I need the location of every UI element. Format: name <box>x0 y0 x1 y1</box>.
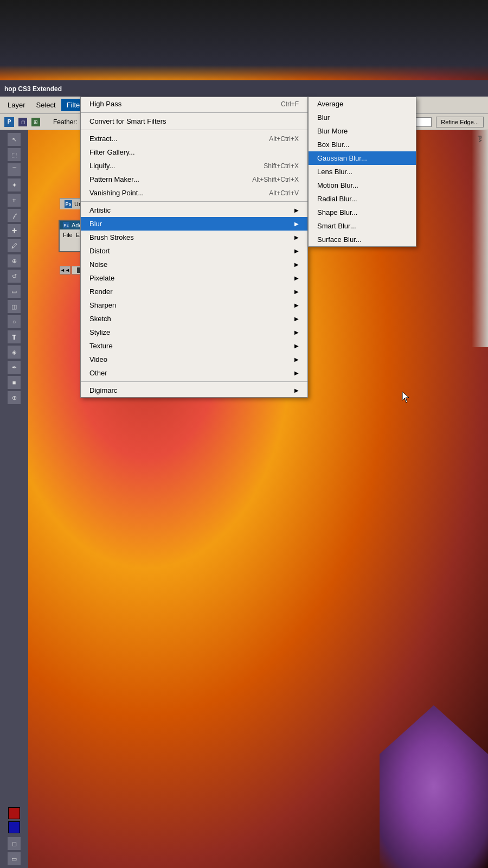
artistic-arrow: ▶ <box>294 207 299 213</box>
tool-shape[interactable]: ■ <box>8 376 21 389</box>
blur-gaussian[interactable]: Gaussian Blur... <box>309 151 416 165</box>
background-color[interactable] <box>8 821 20 833</box>
tool-mask[interactable]: ◻ <box>8 837 21 850</box>
sketch-arrow: ▶ <box>294 316 299 322</box>
pixelate-arrow: ▶ <box>294 275 299 281</box>
tool-magic-wand[interactable]: ✦ <box>8 178 21 192</box>
ps-title-text: hop CS3 Extended <box>4 85 62 93</box>
blur-radial[interactable]: Radial Blur... <box>309 192 416 206</box>
tool-eyedropper[interactable]: 𝒻 <box>8 209 21 222</box>
feather-label: Feather: <box>53 118 78 126</box>
tool-eraser[interactable]: ▭ <box>8 285 21 298</box>
filter-sep1 <box>81 112 307 113</box>
options-icon3: ⊞ <box>31 118 40 126</box>
tool-pen[interactable]: ✒ <box>8 361 21 374</box>
filter-stylize[interactable]: Stylize ▶ <box>81 326 307 339</box>
distort-arrow: ▶ <box>294 248 299 254</box>
foreground-color[interactable] <box>8 807 20 819</box>
options-icon2: ◻ <box>18 118 27 126</box>
adobe-file[interactable]: File <box>63 232 73 238</box>
filter-dropdown-menu: High Pass Ctrl+F Convert for Smart Filte… <box>80 97 308 398</box>
filter-noise[interactable]: Noise ▶ <box>81 258 307 271</box>
filter-sharpen[interactable]: Sharpen ▶ <box>81 298 307 312</box>
filter-artistic[interactable]: Artistic ▶ <box>81 203 307 217</box>
tool-zoom[interactable]: ⊕ <box>8 391 21 404</box>
filter-distort[interactable]: Distort ▶ <box>81 244 307 258</box>
filter-pattern-maker[interactable]: Pattern Maker... Alt+Shift+Ctrl+X <box>81 173 307 186</box>
filter-texture[interactable]: Texture ▶ <box>81 339 307 353</box>
toolbar: ↖ ⬚ ⌒ ✦ ⌗ 𝒻 ✚ 🖊 ⊕ ↺ ▭ ◫ ○ T ◈ ✒ ■ ⊕ ◻ ▭ <box>0 130 28 868</box>
refine-edge-button[interactable]: Refine Edge... <box>436 117 484 127</box>
adobe-ps-icon: Ps <box>63 222 69 228</box>
tool-select[interactable]: ⬚ <box>8 148 21 161</box>
filter-vanishing-point[interactable]: Vanishing Point... Alt+Ctrl+V <box>81 186 307 200</box>
filter-digimarc[interactable]: Digimarc ▶ <box>81 384 307 397</box>
tool-stamp[interactable]: ⊕ <box>8 254 21 267</box>
filter-sep2 <box>81 130 307 130</box>
video-arrow: ▶ <box>294 356 299 362</box>
right-panels: vid <box>472 130 488 347</box>
stylize-arrow: ▶ <box>294 329 299 335</box>
render-arrow: ▶ <box>294 289 299 295</box>
filter-gallery[interactable]: Filter Gallery... <box>81 145 307 159</box>
monitor-bezel-top <box>0 0 488 81</box>
menu-select[interactable]: Select <box>31 99 61 111</box>
tool-move[interactable]: ↖ <box>8 133 21 146</box>
blur-more[interactable]: Blur More <box>309 124 416 138</box>
filter-liquify[interactable]: Liquify... Shift+Ctrl+X <box>81 159 307 173</box>
blur-lens[interactable]: Lens Blur... <box>309 165 416 178</box>
tool-dodge[interactable]: ○ <box>8 315 21 328</box>
other-arrow: ▶ <box>294 370 299 376</box>
blur-arrow: ▶ <box>294 221 299 227</box>
filter-other[interactable]: Other ▶ <box>81 366 307 380</box>
panel-text-vid: vid <box>477 136 483 142</box>
tool-gradient[interactable]: ◫ <box>8 300 21 313</box>
tool-heal[interactable]: ✚ <box>8 224 21 237</box>
tool-crop[interactable]: ⌗ <box>8 194 21 207</box>
blur-submenu: Average Blur Blur More Box Blur... Gauss… <box>308 97 416 247</box>
blur-average[interactable]: Average <box>309 97 416 111</box>
filter-sep4 <box>81 381 307 382</box>
blur-smart[interactable]: Smart Blur... <box>309 219 416 233</box>
texture-arrow: ▶ <box>294 343 299 349</box>
tool-lasso[interactable]: ⌒ <box>8 163 21 176</box>
noise-arrow: ▶ <box>294 261 299 267</box>
blur-shape[interactable]: Shape Blur... <box>309 206 416 219</box>
tool-screen[interactable]: ▭ <box>8 852 21 865</box>
blur-box[interactable]: Box Blur... <box>309 138 416 151</box>
ps-title-bar: hop CS3 Extended <box>0 80 488 98</box>
nav-left[interactable]: ◄◄ <box>60 266 70 275</box>
filter-sep3 <box>81 201 307 202</box>
filter-brush-strokes[interactable]: Brush Strokes ▶ <box>81 231 307 244</box>
menu-layer[interactable]: Layer <box>2 99 31 111</box>
filter-convert-smart[interactable]: Convert for Smart Filters <box>81 114 307 128</box>
filter-extract[interactable]: Extract... Alt+Ctrl+X <box>81 132 307 145</box>
blur-motion[interactable]: Motion Blur... <box>309 178 416 192</box>
tool-brush[interactable]: 🖊 <box>8 239 21 252</box>
filter-high-pass[interactable]: High Pass Ctrl+F <box>81 97 307 111</box>
filter-blur[interactable]: Blur ▶ <box>81 217 307 231</box>
tool-text[interactable]: T <box>8 330 21 343</box>
tool-history[interactable]: ↺ <box>8 270 21 283</box>
filter-render[interactable]: Render ▶ <box>81 285 307 298</box>
blur-blur[interactable]: Blur <box>309 111 416 124</box>
ps-tab-icon: Ps <box>65 200 72 208</box>
brush-strokes-arrow: ▶ <box>294 234 299 240</box>
filter-video[interactable]: Video ▶ <box>81 353 307 366</box>
filter-pixelate[interactable]: Pixelate ▶ <box>81 271 307 285</box>
tool-path[interactable]: ◈ <box>8 346 21 359</box>
sharpen-arrow: ▶ <box>294 302 299 308</box>
ps-icon: P <box>4 117 14 127</box>
filter-sketch[interactable]: Sketch ▶ <box>81 312 307 326</box>
blur-surface[interactable]: Surface Blur... <box>309 233 416 246</box>
digimarc-arrow: ▶ <box>294 387 299 393</box>
